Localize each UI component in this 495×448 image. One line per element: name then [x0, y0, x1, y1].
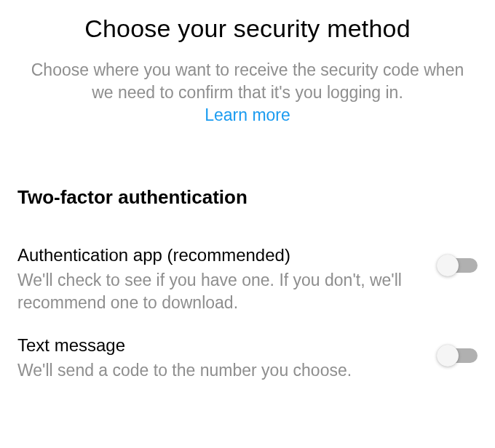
- option-auth-app-text: Authentication app (recommended) We'll c…: [17, 244, 440, 313]
- page-title: Choose your security method: [15, 15, 480, 43]
- option-text-message: Text message We'll send a code to the nu…: [15, 334, 480, 382]
- toggle-knob-icon: [437, 255, 459, 276]
- page-subtitle: Choose where you want to receive the sec…: [15, 59, 480, 127]
- option-text-message-desc: We'll send a code to the number you choo…: [17, 359, 422, 381]
- option-auth-app-title: Authentication app (recommended): [17, 244, 422, 266]
- toggle-knob-icon: [437, 345, 459, 367]
- page-header: Choose your security method Choose where…: [15, 15, 480, 127]
- option-text-message-text: Text message We'll send a code to the nu…: [17, 334, 440, 382]
- subtitle-text: Choose where you want to receive the sec…: [31, 60, 464, 102]
- option-auth-app: Authentication app (recommended) We'll c…: [15, 244, 480, 313]
- text-message-toggle[interactable]: [440, 348, 478, 363]
- auth-app-toggle[interactable]: [440, 258, 478, 273]
- learn-more-link[interactable]: Learn more: [205, 104, 290, 127]
- option-text-message-title: Text message: [17, 334, 422, 356]
- option-auth-app-desc: We'll check to see if you have one. If y…: [17, 269, 422, 313]
- section-title: Two-factor authentication: [15, 186, 480, 209]
